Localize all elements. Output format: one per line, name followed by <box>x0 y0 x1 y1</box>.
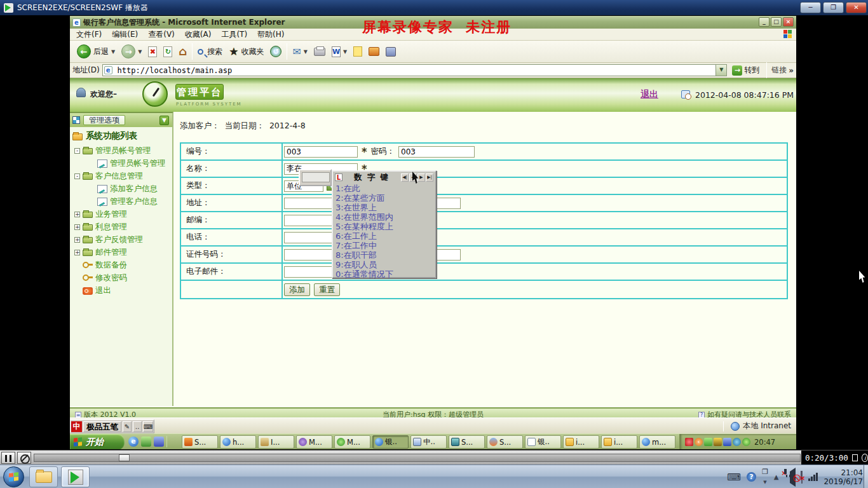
explorer-taskbar-button[interactable] <box>29 466 58 487</box>
tray-green-icon[interactable] <box>704 438 712 446</box>
ime-candidate-titlebar[interactable]: L 数 字 键 ◀|◀▶▶| <box>333 172 435 183</box>
ime-candidate[interactable]: 9:在职人员 <box>336 260 435 269</box>
menu-item[interactable]: 帮助(H) <box>257 29 284 40</box>
keyboard-tray-icon[interactable]: ⌨ <box>727 472 741 482</box>
mail-button[interactable]: ✉ ▼ <box>289 42 311 61</box>
sidebar-tree-item[interactable]: 管理客户信息 <box>70 195 172 208</box>
tree-expander[interactable]: - <box>74 148 80 154</box>
ime-candidate[interactable]: 4:在世界范围内 <box>336 212 435 222</box>
favorites-button[interactable]: ★ 收藏夹 <box>226 42 267 61</box>
links-chevron[interactable]: » <box>789 66 794 75</box>
player-minimize-button[interactable]: ─ <box>800 2 821 13</box>
taskbar-task-button[interactable]: M... <box>334 435 370 449</box>
taskbar-task-button[interactable]: S... <box>487 435 523 449</box>
ime-page-nav-button[interactable]: ▶| <box>426 173 433 182</box>
taskbar-task-button[interactable]: M... <box>296 435 332 449</box>
taskbar-task-button[interactable]: I... <box>258 435 294 449</box>
win7-clock[interactable]: 21:04 2019/6/17 <box>824 468 863 486</box>
ie-restore-button[interactable]: □ <box>771 17 782 27</box>
ime-candidate[interactable]: 6:在工作上 <box>336 231 435 241</box>
taskbar-task-button[interactable]: S... <box>182 435 218 449</box>
info-button[interactable]: i <box>862 454 868 462</box>
ime-candidate[interactable]: 7:在工作中 <box>336 241 435 250</box>
refresh-button[interactable]: ↻ <box>160 42 175 61</box>
links-menu[interactable]: 链接 » <box>771 65 794 76</box>
show-desktop-button[interactable] <box>864 465 868 488</box>
taskbar-task-button[interactable]: 银.. <box>525 435 561 449</box>
address-dropdown-button[interactable]: ▼ <box>715 65 726 76</box>
stop-button[interactable]: ✖ <box>145 42 160 61</box>
edit-with-word-button[interactable]: W ▼ <box>329 42 350 61</box>
ime-candidate[interactable]: 1:在此 <box>336 184 435 193</box>
password-input[interactable] <box>398 146 475 158</box>
player-restore-button[interactable]: ❐ <box>823 2 844 13</box>
ime-pen-button[interactable]: ✎ <box>123 421 132 432</box>
search-button[interactable]: 搜索 <box>194 42 226 61</box>
back-button[interactable]: ← 后退 ▼ <box>74 42 118 61</box>
network-signal-tray-icon[interactable] <box>808 473 818 481</box>
tray-windows-icon[interactable] <box>723 438 731 446</box>
menu-item[interactable]: 查看(V) <box>148 29 175 40</box>
add-button[interactable]: 添加 <box>284 283 310 296</box>
screen2exe-taskbar-button[interactable] <box>61 466 90 487</box>
mute-button[interactable] <box>17 452 31 464</box>
taskbar-task-button[interactable]: h... <box>220 435 256 449</box>
sidebar-panel-button[interactable]: 管理选项 <box>83 115 125 125</box>
sidebar-tree-item[interactable]: - 客户信息管理 <box>70 170 172 182</box>
sidebar-tree-item[interactable]: + 客户反馈管理 <box>70 233 172 246</box>
home-button[interactable]: ⌂ <box>175 42 190 61</box>
ie-close-button[interactable]: × <box>783 17 794 27</box>
reset-button[interactable]: 重置 <box>314 283 340 296</box>
word-dropdown-icon[interactable]: ▼ <box>343 49 347 55</box>
quicklaunch-ie-icon[interactable]: e <box>128 437 139 447</box>
ime-candidate[interactable]: 2:在某些方面 <box>336 193 435 203</box>
sidebar-tree-item[interactable]: 数据备份 <box>70 259 172 271</box>
taskbar-task-button[interactable]: S... <box>449 435 485 449</box>
show-hidden-icons-button[interactable]: ▲ <box>774 473 779 480</box>
progress-thumb[interactable] <box>119 454 130 461</box>
menu-item[interactable]: 文件(F) <box>76 29 102 40</box>
pause-button[interactable] <box>1 452 15 464</box>
print-button[interactable] <box>311 42 329 61</box>
sidebar-tree-item[interactable]: 修改密码 <box>70 271 172 284</box>
fullscreen-button[interactable] <box>852 454 858 461</box>
address-input[interactable]: e http://localhost/main.asp ▼ <box>102 64 728 76</box>
ime-candidate[interactable]: 3:在世界上 <box>336 203 435 212</box>
tree-expander[interactable]: + <box>74 224 80 230</box>
tray-hide-icon[interactable]: ‹ <box>695 438 703 446</box>
ime-punct-button[interactable]: ‥ <box>133 421 142 432</box>
sidebar-tree-item[interactable]: + 邮件管理 <box>70 246 172 259</box>
ime-candidate[interactable]: 5:在某种程度上 <box>336 222 435 231</box>
history-button[interactable]: ↺ <box>267 42 285 61</box>
id-input[interactable] <box>284 146 358 158</box>
sidebar-tree-item[interactable]: + 利息管理 <box>70 220 172 233</box>
sidebar-tree-item[interactable]: - 管理员帐号管理 <box>70 144 172 157</box>
forward-dropdown-icon[interactable]: ▼ <box>138 49 142 55</box>
tray-recorder-icon[interactable] <box>685 438 693 446</box>
ime-softkeyboard-button[interactable]: ⌨ <box>143 421 153 432</box>
sidebar-tree-item[interactable]: + 业务管理 <box>70 208 172 220</box>
tree-expander[interactable]: + <box>74 212 80 217</box>
tree-expander[interactable]: + <box>74 237 80 243</box>
window-switch-tray-icon[interactable]: ❐▼ <box>762 467 768 487</box>
xp-start-button[interactable]: 开始 <box>70 434 125 449</box>
sidebar-tree-item[interactable]: 管理员帐号管理 <box>70 157 172 170</box>
logout-link[interactable]: 退出 <box>641 89 658 100</box>
tree-expander[interactable]: + <box>74 250 80 255</box>
ime-page-nav-button[interactable]: ▶ <box>417 173 425 182</box>
menu-item[interactable]: 工具(T) <box>221 29 247 40</box>
research-button[interactable] <box>383 42 399 61</box>
action-center-tray-icon[interactable]: × <box>801 472 803 482</box>
sidebar-tree-item[interactable]: 退出 <box>70 284 172 297</box>
tray-browser-icon[interactable] <box>733 438 741 446</box>
forward-button[interactable]: → ▼ <box>118 42 145 61</box>
volume-muted-tray-icon[interactable]: ⃠ <box>790 472 796 482</box>
notes-button[interactable] <box>350 42 365 61</box>
quicklaunch-desktop-icon[interactable] <box>141 437 151 447</box>
tree-expander[interactable]: - <box>74 173 80 179</box>
taskbar-task-button[interactable]: i... <box>601 435 637 449</box>
sidebar-tree-item[interactable]: 添加客户信息 <box>70 182 172 195</box>
taskbar-task-button[interactable]: m... <box>639 435 675 449</box>
sidebar-collapse-button[interactable]: ▼ <box>159 116 169 125</box>
win7-start-orb[interactable] <box>3 466 24 487</box>
